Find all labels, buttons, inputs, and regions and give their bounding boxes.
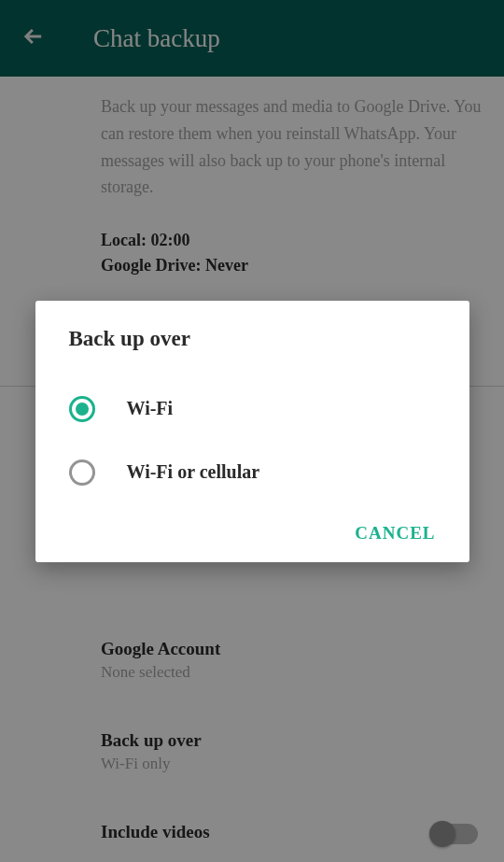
dialog-title: Back up over (35, 327, 469, 351)
radio-label: Wi-Fi (127, 398, 174, 419)
modal-overlay[interactable]: Back up over Wi-Fi Wi-Fi or cellular CAN… (0, 0, 504, 862)
radio-option-wifi-cellular[interactable]: Wi-Fi or cellular (35, 441, 469, 504)
backup-over-dialog: Back up over Wi-Fi Wi-Fi or cellular CAN… (35, 301, 469, 562)
cancel-button[interactable]: CANCEL (355, 523, 435, 544)
radio-option-wifi[interactable]: Wi-Fi (35, 377, 469, 441)
radio-unchecked-icon (69, 459, 95, 486)
dialog-actions: CANCEL (35, 504, 469, 547)
radio-label: Wi-Fi or cellular (127, 461, 260, 483)
radio-checked-icon (69, 396, 95, 422)
